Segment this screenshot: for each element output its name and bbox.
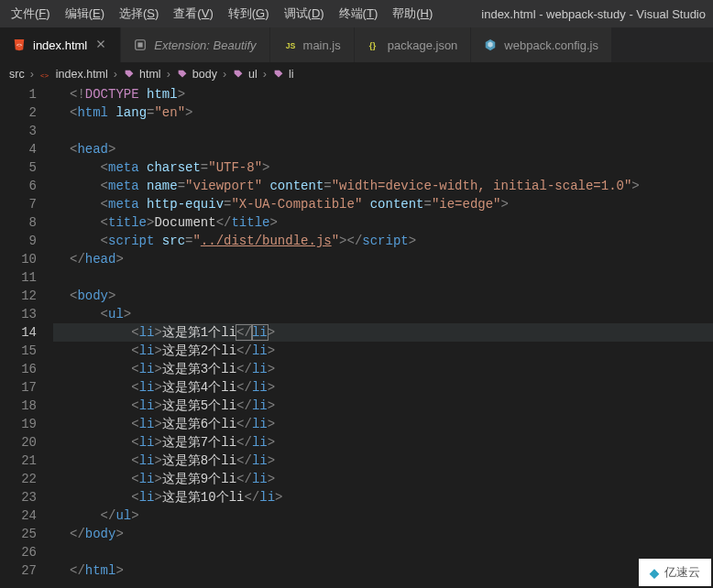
code-line[interactable]: <li>这是第1个li</li> (53, 323, 713, 342)
code-line[interactable]: </head> (53, 250, 713, 268)
tab-label: index.html (33, 38, 87, 52)
code-line[interactable]: <!DOCTYPE html> (53, 85, 713, 103)
menu-item-v[interactable]: 查看(V) (166, 2, 220, 26)
menu-item-h[interactable]: 帮助(H) (385, 2, 440, 26)
code-line[interactable]: <body> (53, 287, 713, 305)
line-number: 19 (0, 415, 37, 433)
html-file-icon: <> (39, 68, 52, 81)
line-number: 27 (0, 561, 37, 580)
line-number: 12 (0, 287, 37, 305)
code-area[interactable]: <!DOCTYPE html><html lang="en"><head> <m… (53, 85, 713, 580)
code-line[interactable]: <title>Document</title> (53, 213, 713, 232)
json-icon: {} (367, 38, 380, 51)
watermark-text: 亿速云 (664, 564, 700, 581)
close-icon[interactable] (94, 38, 107, 53)
line-number: 6 (0, 177, 37, 195)
tab-index-html[interactable]: <>index.html (0, 27, 121, 62)
menu-item-f[interactable]: 文件(F) (4, 2, 58, 26)
svg-text:{}: {} (368, 40, 376, 50)
editor[interactable]: 1234567891011121314151617181920212223242… (0, 85, 713, 580)
line-number: 9 (0, 232, 37, 250)
line-number: 2 (0, 103, 37, 122)
svg-rect-2 (138, 42, 143, 47)
line-number: 15 (0, 342, 37, 360)
breadcrumb-html[interactable]: html (123, 68, 161, 81)
chevron-right-icon: › (263, 68, 267, 81)
menu-item-s[interactable]: 选择(S) (112, 2, 166, 26)
watermark-icon: ◆ (650, 566, 659, 580)
code-line[interactable]: <script src="../dist/bundle.js"></script… (53, 232, 713, 250)
code-line[interactable]: <li>这是第2个li</li> (53, 342, 713, 360)
tab-label: Extension: Beautify (154, 38, 256, 52)
code-line[interactable]: <head> (53, 140, 713, 158)
code-line[interactable] (53, 543, 713, 561)
code-line[interactable] (53, 268, 713, 287)
code-line[interactable]: <li>这是第8个li</li> (53, 452, 713, 470)
breadcrumb-label: ul (248, 68, 258, 81)
tab-extension-beautify[interactable]: Extension: Beautify (121, 27, 269, 62)
code-line[interactable] (53, 122, 713, 140)
code-line[interactable]: <li>这是第10个li</li> (53, 488, 713, 506)
line-number: 17 (0, 378, 37, 397)
menu-item-e[interactable]: 编辑(E) (58, 2, 112, 26)
menubar: 文件(F)编辑(E)选择(S)查看(V)转到(G)调试(D)终端(T)帮助(H)… (0, 0, 713, 27)
line-number: 21 (0, 452, 37, 470)
tag-icon (123, 68, 136, 81)
code-line[interactable]: <li>这是第3个li</li> (53, 360, 713, 378)
menu-item-g[interactable]: 转到(G) (221, 2, 277, 26)
menu-item-d[interactable]: 调试(D) (277, 2, 332, 26)
svg-text:<>: <> (40, 71, 49, 80)
line-number: 18 (0, 397, 37, 415)
code-line[interactable]: <meta charset="UTF-8"> (53, 158, 713, 177)
code-line[interactable]: </body> (53, 525, 713, 543)
code-line[interactable]: <li>这是第6个li</li> (53, 415, 713, 433)
code-line[interactable]: </ul> (53, 506, 713, 525)
breadcrumb-label: body (192, 68, 217, 81)
line-number: 8 (0, 213, 37, 232)
line-number: 25 (0, 525, 37, 543)
code-line[interactable]: <li>这是第9个li</li> (53, 470, 713, 488)
html-icon: <> (13, 38, 26, 51)
line-number: 11 (0, 268, 37, 287)
code-line[interactable]: <ul> (53, 305, 713, 323)
line-number: 3 (0, 122, 37, 140)
breadcrumb-ul[interactable]: ul (232, 68, 258, 81)
code-line[interactable]: <meta http-equiv="X-UA-Compatible" conte… (53, 195, 713, 213)
tabbar: <>index.htmlExtension: BeautifyJSmain.js… (0, 27, 713, 63)
code-line[interactable]: <meta name="viewport" content="width=dev… (53, 177, 713, 195)
breadcrumb-index.html[interactable]: <>index.html (39, 68, 108, 81)
line-number: 24 (0, 506, 37, 525)
watermark: ◆ 亿速云 (639, 559, 711, 586)
tab-main-js[interactable]: JSmain.js (270, 27, 355, 62)
window-title: index.html - webpack-study - Visual Stud… (440, 7, 709, 21)
code-line[interactable]: </html> (53, 561, 713, 580)
tab-package-json[interactable]: {}package.json (355, 27, 472, 62)
tab-label: webpack.config.js (504, 38, 598, 52)
tab-webpack-config-js[interactable]: webpack.config.js (471, 27, 612, 62)
code-line[interactable]: <li>这是第7个li</li> (53, 433, 713, 452)
line-number: 14 (0, 323, 37, 342)
breadcrumb-label: html (139, 68, 161, 81)
chevron-right-icon: › (114, 68, 117, 81)
chevron-right-icon: › (167, 68, 170, 81)
breadcrumb-label: li (289, 68, 294, 81)
tag-icon (272, 68, 285, 81)
breadcrumb-body[interactable]: body (176, 68, 217, 81)
breadcrumb-src[interactable]: src (9, 68, 25, 81)
tag-icon (176, 68, 189, 81)
line-number: 10 (0, 250, 37, 268)
code-line[interactable]: <li>这是第5个li</li> (53, 397, 713, 415)
line-number: 20 (0, 433, 37, 452)
js-icon: JS (283, 38, 296, 51)
line-number: 22 (0, 470, 37, 488)
breadcrumbs: src›<>index.html›html›body›ul›li (0, 63, 713, 85)
chevron-right-icon: › (30, 68, 34, 81)
menu-item-t[interactable]: 终端(T) (332, 2, 386, 26)
breadcrumb-li[interactable]: li (272, 68, 294, 81)
line-number: 13 (0, 305, 37, 323)
line-number: 4 (0, 140, 37, 158)
code-line[interactable]: <li>这是第4个li</li> (53, 378, 713, 397)
line-number: 26 (0, 543, 37, 561)
code-line[interactable]: <html lang="en"> (53, 103, 713, 122)
line-number-gutter: 1234567891011121314151617181920212223242… (0, 85, 53, 580)
